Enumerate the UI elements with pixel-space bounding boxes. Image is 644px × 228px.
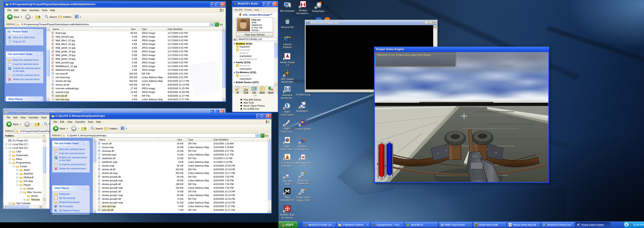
svg-text:e: e	[284, 34, 288, 42]
svg-text:MILK: MILK	[302, 157, 305, 158]
